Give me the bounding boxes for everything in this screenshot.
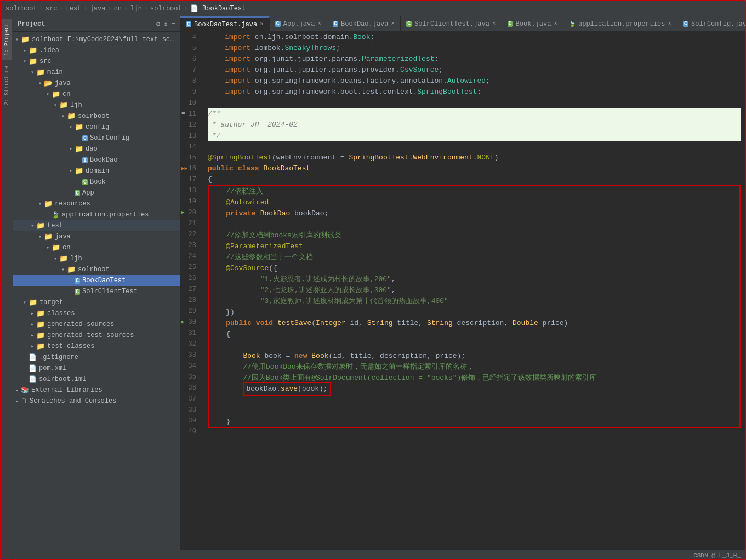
tree-container[interactable]: ▾ 📁 solrboot F:\myCode2024\full_text_sea… bbox=[13, 32, 180, 560]
tab-close-icon[interactable]: × bbox=[391, 21, 395, 27]
collapse-icon[interactable]: − bbox=[171, 20, 175, 28]
expand-icon[interactable]: ⇕ bbox=[163, 20, 168, 28]
code-line-16: public class BookDaoTest bbox=[208, 163, 741, 174]
tree-arrow: ▸ bbox=[29, 310, 36, 317]
code-line-22: //添加文档到books索引库的测试类 bbox=[209, 230, 739, 241]
tree-item-java-test[interactable]: ▾ 📁 java bbox=[13, 231, 180, 242]
code-editor[interactable]: 4 5 6 7 8 9 10 11 ≡ 12 13 14 15 16 ▶▶ 17… bbox=[180, 32, 745, 549]
tab-SolrClientTest[interactable]: C SolrClientTest.java × bbox=[401, 16, 502, 31]
tree-arrow: ▾ bbox=[44, 244, 52, 251]
tree-item-test-classes[interactable]: ▸ 📁 test-classes bbox=[13, 341, 180, 352]
tree-item-application-prop[interactable]: 🍃 application.properties bbox=[13, 209, 180, 220]
code-line-15: @SpringBootTest(webEnvironment = SpringB… bbox=[208, 152, 741, 163]
java-class-green-icon: C bbox=[75, 190, 80, 196]
tree-arrow: ▾ bbox=[52, 255, 59, 262]
line-num-15: 15 bbox=[180, 152, 200, 163]
tree-arrow: ▸ bbox=[21, 47, 29, 54]
tree-item-cn[interactable]: ▾ 📁 cn bbox=[13, 89, 180, 100]
tree-item-gitignore[interactable]: 📄 .gitignore bbox=[13, 352, 180, 363]
scratch-icon: 🗒 bbox=[21, 397, 27, 405]
tree-item-solrboot-test[interactable]: ▾ 📁 solrboot bbox=[13, 264, 180, 275]
breadcrumb-part[interactable]: solrboot bbox=[150, 5, 182, 13]
code-line-14 bbox=[208, 141, 741, 152]
code-line-4: import cn.ljh.solrboot.domain.Book; bbox=[208, 32, 741, 43]
tree-arrow: ▸ bbox=[29, 332, 36, 339]
tree-item-main[interactable]: ▾ 📁 main bbox=[13, 67, 180, 78]
tab-close-icon[interactable]: × bbox=[668, 21, 671, 27]
tree-item-classes[interactable]: ▸ 📁 classes bbox=[13, 308, 180, 319]
tree-arrow: ▾ bbox=[52, 102, 59, 108]
tree-item-cn-test[interactable]: ▾ 📁 cn bbox=[13, 242, 180, 253]
code-line-39: } bbox=[209, 416, 739, 427]
folder-icon: 📁 bbox=[75, 145, 83, 153]
line-num-24: 24 bbox=[180, 251, 200, 262]
tree-item-generated-sources[interactable]: ▸ 📁 generated-sources bbox=[13, 319, 180, 330]
tab-SolrConfig[interactable]: C SolrConfig.java × bbox=[677, 16, 745, 31]
tab-application[interactable]: 🍃 application.properties × bbox=[563, 16, 677, 31]
sep: › bbox=[59, 5, 63, 13]
tree-item-iml[interactable]: 📄 solrboot.iml bbox=[13, 374, 180, 385]
tree-label: .idea bbox=[39, 47, 59, 54]
line-num-19: 19 bbox=[180, 196, 200, 207]
tree-label: BookDao bbox=[90, 156, 117, 164]
tab-BookDaoTest[interactable]: C BookDaoTest.java × bbox=[180, 16, 270, 31]
tree-arrow: ▸ bbox=[29, 321, 36, 328]
tree-item-SolrConfig[interactable]: C SolrConfig bbox=[13, 133, 180, 144]
line-num-27: 27 bbox=[180, 284, 200, 295]
panel-header: Project ⚙ ⇕ − bbox=[13, 16, 180, 32]
tree-item-BookDao[interactable]: I BookDao bbox=[13, 155, 180, 165]
tree-item-SolrClientTest[interactable]: C SolrClientTest bbox=[13, 286, 180, 297]
tree-item-src[interactable]: ▾ 📁 src bbox=[13, 56, 180, 67]
tree-label: solrboot bbox=[78, 112, 110, 120]
tab-icon: C bbox=[683, 21, 688, 27]
tree-item-external-libs[interactable]: ▸ 📚 External Libraries bbox=[13, 385, 180, 396]
code-line-13: */ bbox=[208, 130, 741, 141]
code-line-5: import lombok.SneakyThrows; bbox=[208, 43, 741, 54]
tree-item-dao[interactable]: ▾ 📁 dao bbox=[13, 144, 180, 155]
tab-BookDao[interactable]: C BookDao.java × bbox=[327, 16, 401, 31]
tree-item-target[interactable]: ▾ 📁 target bbox=[13, 297, 180, 308]
side-tab-structure[interactable]: 2: Structure bbox=[2, 61, 12, 110]
tree-item-resources[interactable]: ▾ 📁 resources bbox=[13, 198, 180, 209]
tree-item-idea[interactable]: ▸ 📁 .idea bbox=[13, 45, 180, 56]
tree-item-scratches[interactable]: ▸ 🗒 Scratches and Consoles bbox=[13, 396, 180, 407]
line-numbers: 4 5 6 7 8 9 10 11 ≡ 12 13 14 15 16 ▶▶ 17… bbox=[180, 32, 203, 549]
tree-item-ljh-test[interactable]: ▾ 📁 ljh bbox=[13, 253, 180, 264]
folder-icon: 📁 bbox=[59, 101, 68, 110]
tree-item-ljh[interactable]: ▾ 📁 ljh bbox=[13, 100, 180, 111]
tab-Book[interactable]: C Book.java × bbox=[502, 16, 563, 31]
breadcrumb-part[interactable]: cn bbox=[114, 5, 122, 13]
tree-item-solrboot-pkg[interactable]: ▾ 📁 solrboot bbox=[13, 111, 180, 122]
folder-blue-icon: 📂 bbox=[44, 79, 53, 88]
tree-item-domain[interactable]: ▾ 📁 domain bbox=[13, 165, 180, 176]
code-content[interactable]: import cn.ljh.solrboot.domain.Book; impo… bbox=[203, 32, 745, 549]
gear-icon[interactable]: ⚙ bbox=[156, 20, 161, 28]
tree-item-test[interactable]: ▾ 📁 test bbox=[13, 220, 180, 231]
tab-close-icon[interactable]: × bbox=[260, 21, 264, 27]
tree-item-App[interactable]: C App bbox=[13, 187, 180, 198]
folder-icon: 📁 bbox=[52, 90, 60, 99]
line-num-20: 20 ▶ bbox=[180, 207, 200, 218]
folder-icon: 📁 bbox=[67, 265, 76, 274]
tree-item-Book[interactable]: C Book bbox=[13, 176, 180, 187]
tab-App[interactable]: C App.java × bbox=[270, 16, 327, 31]
breadcrumb-part[interactable]: ljh bbox=[130, 5, 142, 13]
tree-label: generated-sources bbox=[47, 321, 114, 328]
tree-item-pom[interactable]: 📄 pom.xml bbox=[13, 363, 180, 374]
breadcrumb-part[interactable]: solrboot bbox=[5, 5, 37, 13]
breadcrumb-part[interactable]: java bbox=[90, 5, 106, 13]
main-layout: 1: Project 2: Structure Project ⚙ ⇕ − ▾ … bbox=[1, 16, 745, 560]
tree-item-generated-test-sources[interactable]: ▸ 📁 generated-test-sources bbox=[13, 330, 180, 341]
breadcrumb-part[interactable]: src bbox=[45, 5, 58, 13]
side-tab-project[interactable]: 1: Project bbox=[2, 19, 12, 60]
tab-close-icon[interactable]: × bbox=[317, 21, 321, 27]
tab-close-icon[interactable]: × bbox=[492, 21, 496, 27]
tab-close-icon[interactable]: × bbox=[554, 21, 557, 27]
tree-item-solrboot-root[interactable]: ▾ 📁 solrboot F:\myCode2024\full_text_sea… bbox=[13, 34, 180, 45]
tree-item-java-main[interactable]: ▾ 📂 java bbox=[13, 78, 180, 89]
tree-item-config[interactable]: ▾ 📁 config bbox=[13, 122, 180, 133]
line-num-25: 25 bbox=[180, 262, 200, 273]
tree-item-BookDaoTest[interactable]: C BookDaoTest bbox=[13, 275, 180, 286]
inner-red-box: bookDao.save(book); bbox=[243, 382, 331, 396]
breadcrumb-part[interactable]: test bbox=[66, 5, 82, 13]
